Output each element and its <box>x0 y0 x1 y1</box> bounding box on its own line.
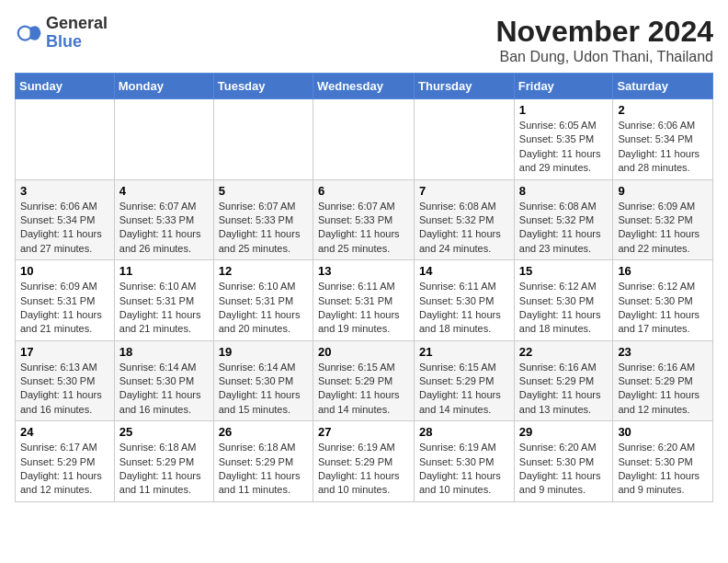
calendar-day-cell: 3Sunrise: 6:06 AM Sunset: 5:34 PM Daylig… <box>16 179 115 260</box>
logo-blue: Blue <box>46 33 108 52</box>
day-info: Sunrise: 6:07 AM Sunset: 5:33 PM Dayligh… <box>219 200 308 257</box>
day-number: 24 <box>20 425 109 439</box>
calendar-day-header: Wednesday <box>313 74 414 99</box>
calendar-day-cell: 25Sunrise: 6:18 AM Sunset: 5:29 PM Dayli… <box>114 421 213 502</box>
calendar-day-cell <box>16 99 115 180</box>
calendar-day-cell: 11Sunrise: 6:10 AM Sunset: 5:31 PM Dayli… <box>114 260 213 341</box>
calendar-day-cell: 13Sunrise: 6:11 AM Sunset: 5:31 PM Dayli… <box>313 260 414 341</box>
day-info: Sunrise: 6:11 AM Sunset: 5:31 PM Dayligh… <box>318 280 409 337</box>
day-info: Sunrise: 6:17 AM Sunset: 5:29 PM Dayligh… <box>20 441 109 498</box>
day-info: Sunrise: 6:07 AM Sunset: 5:33 PM Dayligh… <box>318 200 409 257</box>
day-number: 28 <box>419 425 509 439</box>
calendar-day-cell: 6Sunrise: 6:07 AM Sunset: 5:33 PM Daylig… <box>313 179 414 260</box>
day-info: Sunrise: 6:16 AM Sunset: 5:29 PM Dayligh… <box>519 361 609 418</box>
day-info: Sunrise: 6:14 AM Sunset: 5:30 PM Dayligh… <box>119 361 209 418</box>
day-info: Sunrise: 6:13 AM Sunset: 5:30 PM Dayligh… <box>20 361 109 418</box>
day-info: Sunrise: 6:19 AM Sunset: 5:30 PM Dayligh… <box>419 441 509 498</box>
day-number: 25 <box>119 425 209 439</box>
calendar-week-row: 3Sunrise: 6:06 AM Sunset: 5:34 PM Daylig… <box>16 179 713 260</box>
calendar-day-cell: 24Sunrise: 6:17 AM Sunset: 5:29 PM Dayli… <box>16 421 115 502</box>
day-info: Sunrise: 6:08 AM Sunset: 5:32 PM Dayligh… <box>519 200 609 257</box>
day-info: Sunrise: 6:20 AM Sunset: 5:30 PM Dayligh… <box>618 441 708 498</box>
day-info: Sunrise: 6:09 AM Sunset: 5:31 PM Dayligh… <box>20 280 109 337</box>
calendar-day-header: Monday <box>114 74 213 99</box>
day-number: 8 <box>519 184 609 198</box>
day-info: Sunrise: 6:20 AM Sunset: 5:30 PM Dayligh… <box>519 441 609 498</box>
day-number: 20 <box>318 345 409 359</box>
day-number: 22 <box>519 345 609 359</box>
day-number: 23 <box>618 345 708 359</box>
day-info: Sunrise: 6:05 AM Sunset: 5:35 PM Dayligh… <box>519 119 609 176</box>
calendar-day-cell <box>415 99 515 180</box>
day-number: 30 <box>618 425 708 439</box>
day-number: 15 <box>519 264 609 278</box>
day-info: Sunrise: 6:16 AM Sunset: 5:29 PM Dayligh… <box>618 361 708 418</box>
day-number: 2 <box>618 103 708 117</box>
calendar-day-cell: 26Sunrise: 6:18 AM Sunset: 5:29 PM Dayli… <box>213 421 313 502</box>
day-number: 12 <box>219 264 308 278</box>
calendar-day-cell: 9Sunrise: 6:09 AM Sunset: 5:32 PM Daylig… <box>613 179 713 260</box>
logo-general: General <box>46 15 108 33</box>
calendar-day-header: Sunday <box>16 74 115 99</box>
calendar-day-cell: 10Sunrise: 6:09 AM Sunset: 5:31 PM Dayli… <box>16 260 115 341</box>
calendar-day-cell <box>114 99 213 180</box>
calendar-day-header: Saturday <box>613 74 713 99</box>
day-info: Sunrise: 6:18 AM Sunset: 5:29 PM Dayligh… <box>119 441 209 498</box>
location-title: Ban Dung, Udon Thani, Thailand <box>495 49 713 65</box>
day-info: Sunrise: 6:12 AM Sunset: 5:30 PM Dayligh… <box>618 280 708 337</box>
day-info: Sunrise: 6:12 AM Sunset: 5:30 PM Dayligh… <box>519 280 609 337</box>
calendar-day-cell: 1Sunrise: 6:05 AM Sunset: 5:35 PM Daylig… <box>514 99 613 180</box>
calendar-day-cell: 29Sunrise: 6:20 AM Sunset: 5:30 PM Dayli… <box>514 421 613 502</box>
day-number: 19 <box>219 345 308 359</box>
calendar-day-cell: 22Sunrise: 6:16 AM Sunset: 5:29 PM Dayli… <box>514 340 613 421</box>
day-info: Sunrise: 6:06 AM Sunset: 5:34 PM Dayligh… <box>618 119 708 176</box>
calendar-day-cell <box>213 99 313 180</box>
calendar-day-cell: 8Sunrise: 6:08 AM Sunset: 5:32 PM Daylig… <box>514 179 613 260</box>
day-info: Sunrise: 6:08 AM Sunset: 5:32 PM Dayligh… <box>419 200 509 257</box>
logo-text: General Blue <box>46 15 108 52</box>
day-number: 21 <box>419 345 509 359</box>
calendar-day-header: Tuesday <box>213 74 313 99</box>
day-info: Sunrise: 6:07 AM Sunset: 5:33 PM Dayligh… <box>119 200 209 257</box>
calendar-day-cell: 21Sunrise: 6:15 AM Sunset: 5:29 PM Dayli… <box>415 340 515 421</box>
day-info: Sunrise: 6:15 AM Sunset: 5:29 PM Dayligh… <box>318 361 409 418</box>
day-number: 10 <box>20 264 109 278</box>
calendar-day-cell: 18Sunrise: 6:14 AM Sunset: 5:30 PM Dayli… <box>114 340 213 421</box>
day-info: Sunrise: 6:19 AM Sunset: 5:29 PM Dayligh… <box>318 441 409 498</box>
day-number: 13 <box>318 264 409 278</box>
calendar-day-header: Thursday <box>415 74 515 99</box>
day-number: 29 <box>519 425 609 439</box>
calendar-day-header: Friday <box>514 74 613 99</box>
calendar-day-cell: 12Sunrise: 6:10 AM Sunset: 5:31 PM Dayli… <box>213 260 313 341</box>
calendar-day-cell: 7Sunrise: 6:08 AM Sunset: 5:32 PM Daylig… <box>415 179 515 260</box>
calendar-day-cell: 23Sunrise: 6:16 AM Sunset: 5:29 PM Dayli… <box>613 340 713 421</box>
day-number: 27 <box>318 425 409 439</box>
calendar-day-cell: 28Sunrise: 6:19 AM Sunset: 5:30 PM Dayli… <box>415 421 515 502</box>
calendar-day-cell <box>313 99 414 180</box>
day-info: Sunrise: 6:10 AM Sunset: 5:31 PM Dayligh… <box>219 280 308 337</box>
day-number: 5 <box>219 184 308 198</box>
title-area: November 2024 Ban Dung, Udon Thani, Thai… <box>495 15 713 65</box>
page-header: General Blue November 2024 Ban Dung, Udo… <box>15 15 713 65</box>
day-number: 6 <box>318 184 409 198</box>
day-number: 26 <box>219 425 308 439</box>
calendar-week-row: 10Sunrise: 6:09 AM Sunset: 5:31 PM Dayli… <box>16 260 713 341</box>
day-number: 4 <box>119 184 209 198</box>
day-number: 11 <box>119 264 209 278</box>
calendar-table: SundayMondayTuesdayWednesdayThursdayFrid… <box>15 73 713 502</box>
day-number: 18 <box>119 345 209 359</box>
logo: General Blue <box>15 15 108 52</box>
day-number: 3 <box>20 184 109 198</box>
day-number: 9 <box>618 184 708 198</box>
calendar-header-row: SundayMondayTuesdayWednesdayThursdayFrid… <box>16 74 713 99</box>
calendar-week-row: 17Sunrise: 6:13 AM Sunset: 5:30 PM Dayli… <box>16 340 713 421</box>
calendar-day-cell: 30Sunrise: 6:20 AM Sunset: 5:30 PM Dayli… <box>613 421 713 502</box>
day-info: Sunrise: 6:15 AM Sunset: 5:29 PM Dayligh… <box>419 361 509 418</box>
day-info: Sunrise: 6:11 AM Sunset: 5:30 PM Dayligh… <box>419 280 509 337</box>
month-title: November 2024 <box>495 15 713 49</box>
calendar-day-cell: 14Sunrise: 6:11 AM Sunset: 5:30 PM Dayli… <box>415 260 515 341</box>
calendar-day-cell: 5Sunrise: 6:07 AM Sunset: 5:33 PM Daylig… <box>213 179 313 260</box>
day-info: Sunrise: 6:10 AM Sunset: 5:31 PM Dayligh… <box>119 280 209 337</box>
day-number: 7 <box>419 184 509 198</box>
calendar-day-cell: 16Sunrise: 6:12 AM Sunset: 5:30 PM Dayli… <box>613 260 713 341</box>
